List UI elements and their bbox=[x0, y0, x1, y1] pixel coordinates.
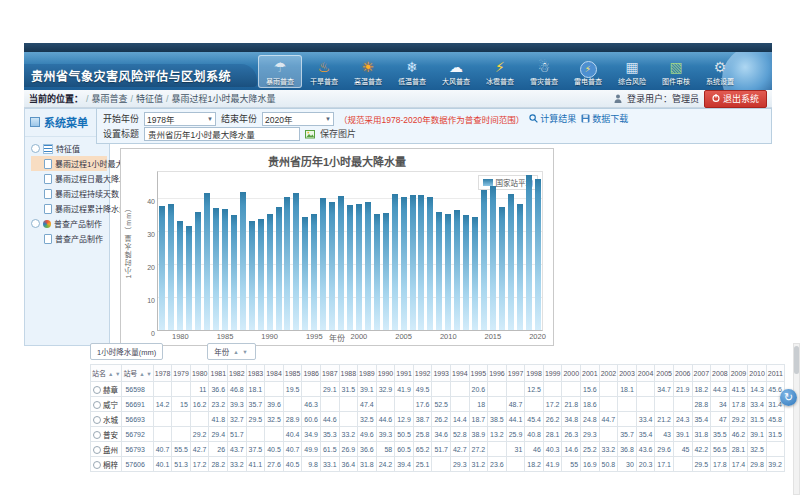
start-year-select[interactable]: 1978年 ▼ bbox=[144, 112, 216, 126]
table-header-year-2012[interactable]: 2012 bbox=[784, 365, 785, 382]
chart-title-input[interactable] bbox=[144, 127, 300, 141]
table-header-year-1998[interactable]: 1998 bbox=[525, 365, 544, 382]
bar-2018 bbox=[517, 204, 523, 330]
refresh-float-button[interactable]: ↻ bbox=[780, 389, 797, 406]
value-cell: 27.6 bbox=[265, 457, 284, 472]
value-cell: 58 bbox=[376, 442, 395, 457]
table-header-year-1978[interactable]: 1978 bbox=[153, 365, 172, 382]
value-cell: 40.7 bbox=[283, 442, 302, 457]
table-header-year-1986[interactable]: 1986 bbox=[302, 365, 321, 382]
value-cell: 14.2 bbox=[153, 397, 172, 412]
value-cell bbox=[562, 382, 581, 397]
table-header-year-1995[interactable]: 1995 bbox=[469, 365, 488, 382]
value-cell: 24.2 bbox=[376, 457, 395, 472]
table-header-year-1988[interactable]: 1988 bbox=[339, 365, 358, 382]
table-header-year-2011[interactable]: 2011 bbox=[766, 365, 784, 382]
row-expander-icon[interactable] bbox=[93, 461, 101, 469]
value-cell: 28.2 bbox=[209, 457, 228, 472]
bar-2011 bbox=[454, 210, 460, 330]
nav-item-8[interactable]: ⚡雷电普查 bbox=[566, 55, 610, 88]
table-header-year-1982[interactable]: 1982 bbox=[228, 365, 247, 382]
table-header-year-2005[interactable]: 2005 bbox=[655, 365, 674, 382]
nav-item-4[interactable]: ❄低温普查 bbox=[390, 55, 434, 88]
table-header-year-2003[interactable]: 2003 bbox=[618, 365, 637, 382]
calc-result-button[interactable]: 计算结果 bbox=[529, 112, 576, 125]
nav-item-5[interactable]: ☁大风普查 bbox=[434, 55, 478, 88]
nav-item-6[interactable]: ⚡冰雹普查 bbox=[478, 55, 522, 88]
table-header-year-1996[interactable]: 1996 bbox=[488, 365, 507, 382]
value-cell: 33.2 bbox=[228, 457, 247, 472]
nav-item-3[interactable]: ☀高温普查 bbox=[346, 55, 390, 88]
table-header-year-1983[interactable]: 1983 bbox=[246, 365, 265, 382]
sort-icons[interactable]: ▲ ▼ bbox=[139, 371, 151, 377]
breadcrumb-item-2[interactable]: 特征值 bbox=[136, 92, 163, 105]
bar-2006 bbox=[410, 195, 416, 330]
table-header-year-2009[interactable]: 2009 bbox=[729, 365, 748, 382]
bar-1991 bbox=[276, 207, 282, 330]
nav-item-11[interactable]: ⚙系统设置 bbox=[698, 55, 742, 88]
table-header-year-2010[interactable]: 2010 bbox=[748, 365, 767, 382]
value-filter-chip[interactable]: 1小时降水量(mm) bbox=[90, 343, 163, 360]
table-header-year-2002[interactable]: 2002 bbox=[599, 365, 618, 382]
value-cell: 16.9 bbox=[581, 457, 600, 472]
breadcrumb-item-1[interactable]: 暴雨普查 bbox=[92, 92, 128, 105]
table-header-year-2006[interactable]: 2006 bbox=[673, 365, 692, 382]
row-expander-icon[interactable] bbox=[93, 401, 101, 409]
nav-item-2[interactable]: ♨干旱普查 bbox=[302, 55, 346, 88]
table-header-year-1984[interactable]: 1984 bbox=[265, 365, 284, 382]
table-header-year-1999[interactable]: 1999 bbox=[543, 365, 562, 382]
drought-icon: ♨ bbox=[303, 57, 345, 77]
nav-item-9[interactable]: ▦综合风险 bbox=[610, 55, 654, 88]
vertical-scrollbar[interactable] bbox=[793, 343, 800, 495]
table-header-year-1991[interactable]: 1991 bbox=[395, 365, 414, 382]
bar-2014 bbox=[481, 190, 487, 330]
table-header-year-1985[interactable]: 1985 bbox=[283, 365, 302, 382]
table-header-year-1979[interactable]: 1979 bbox=[172, 365, 191, 382]
table-header-col-station[interactable]: 站名 ▲ ▼ bbox=[91, 365, 122, 382]
scrollbar-thumb[interactable] bbox=[794, 346, 799, 374]
sort-icons[interactable]: ▲ ▼ bbox=[233, 349, 248, 355]
breadcrumb-item-3[interactable]: 暴雨过程1小时最大降水量 bbox=[172, 92, 276, 105]
nav-item-label: 干旱普查 bbox=[303, 77, 345, 86]
year-filter-chip[interactable]: 年份 ▲ ▼ bbox=[207, 343, 255, 360]
grid-viewport: 站名 ▲ ▼站号 ▲ ▼1978197919801981198219831984… bbox=[90, 364, 785, 472]
end-year-select[interactable]: 2020年 ▼ bbox=[262, 112, 334, 126]
table-header-year-1987[interactable]: 1987 bbox=[320, 365, 339, 382]
tree-expander-icon[interactable] bbox=[31, 144, 40, 153]
value-cell: 18 bbox=[469, 397, 488, 412]
table-header-year-2008[interactable]: 2008 bbox=[711, 365, 730, 382]
end-year-label: 结束年份 bbox=[221, 112, 257, 125]
breadcrumb-separator: / bbox=[166, 94, 169, 104]
row-expander-icon[interactable] bbox=[93, 386, 101, 394]
table-header-year-1997[interactable]: 1997 bbox=[506, 365, 525, 382]
data-download-button[interactable]: 数据下载 bbox=[581, 112, 628, 125]
table-header-year-1992[interactable]: 1992 bbox=[413, 365, 432, 382]
tree-expander-icon[interactable] bbox=[31, 219, 40, 228]
table-header-year-1990[interactable]: 1990 bbox=[376, 365, 395, 382]
table-header-year-2007[interactable]: 2007 bbox=[692, 365, 711, 382]
row-expander-icon[interactable] bbox=[93, 416, 101, 424]
nav-item-1[interactable]: ☂暴雨普查 bbox=[258, 55, 302, 88]
table-header-year-1989[interactable]: 1989 bbox=[358, 365, 377, 382]
table-header-col-id[interactable]: 站号 ▲ ▼ bbox=[122, 365, 153, 382]
value-cell: 31.5 bbox=[748, 412, 767, 427]
logout-button[interactable]: 退出系统 bbox=[704, 90, 767, 108]
sort-icons[interactable]: ▲ ▼ bbox=[108, 371, 120, 377]
table-header-year-1980[interactable]: 1980 bbox=[190, 365, 209, 382]
nav-item-7[interactable]: ☃雪灾普查 bbox=[522, 55, 566, 88]
value-cell: 15.6 bbox=[581, 382, 600, 397]
row-expander-icon[interactable] bbox=[93, 446, 101, 454]
bar-1990 bbox=[267, 214, 273, 330]
table-header-year-1993[interactable]: 1993 bbox=[432, 365, 451, 382]
value-cell: 40.3 bbox=[543, 442, 562, 457]
table-header-year-1994[interactable]: 1994 bbox=[451, 365, 470, 382]
save-image-button[interactable]: 保存图片 bbox=[320, 127, 356, 140]
table-header-year-2004[interactable]: 2004 bbox=[636, 365, 655, 382]
table-header-year-1981[interactable]: 1981 bbox=[209, 365, 228, 382]
table-header-year-2000[interactable]: 2000 bbox=[562, 365, 581, 382]
table-header-year-2001[interactable]: 2001 bbox=[581, 365, 600, 382]
value-cell: 39.1 bbox=[673, 427, 692, 442]
row-expander-icon[interactable] bbox=[93, 431, 101, 439]
nav-item-10[interactable]: ▧图件审核 bbox=[654, 55, 698, 88]
value-cell: 39.6 bbox=[265, 397, 284, 412]
